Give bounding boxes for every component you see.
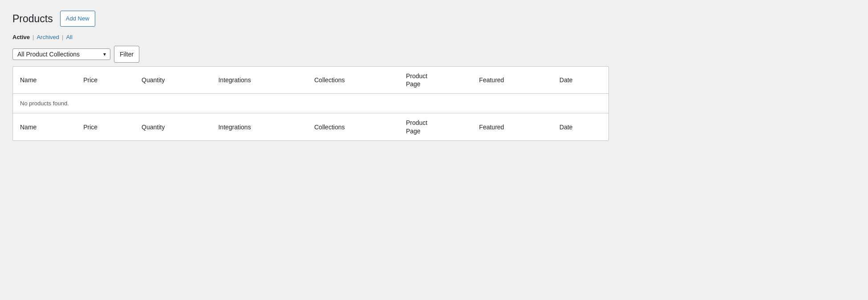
no-products-message: No products found. [13,94,608,113]
filter-archived-link[interactable]: Archived [37,34,59,40]
toolbar: All Product Collections Filter [12,46,856,63]
tf-collections: Collections [307,113,399,140]
table-header-row: Name Price Quantity Integrations Collect… [13,67,608,94]
no-products-row: No products found. [13,94,608,113]
add-new-button[interactable]: Add New [60,11,95,27]
separator-1: | [32,34,34,40]
th-collections: Collections [307,67,399,94]
collection-select[interactable]: All Product Collections [12,48,110,60]
products-table-container: Name Price Quantity Integrations Collect… [12,66,609,141]
page-header: Products Add New [12,11,856,27]
page-title: Products [12,13,53,25]
th-date: Date [552,67,608,94]
page-container: Products Add New Active | Archived | All… [12,11,856,141]
table-footer-row: Name Price Quantity Integrations Collect… [13,113,608,140]
th-price: Price [76,67,134,94]
tf-featured: Featured [472,113,552,140]
th-product-page: ProductPage [399,67,472,94]
tf-quantity: Quantity [134,113,211,140]
tf-price: Price [76,113,134,140]
filter-active-link[interactable]: Active [12,34,30,40]
th-name: Name [13,67,76,94]
table-header: Name Price Quantity Integrations Collect… [13,67,608,94]
products-table: Name Price Quantity Integrations Collect… [13,67,608,140]
table-body: No products found. [13,94,608,113]
th-quantity: Quantity [134,67,211,94]
th-integrations: Integrations [211,67,307,94]
tf-name: Name [13,113,76,140]
th-featured: Featured [472,67,552,94]
tf-product-page: ProductPage [399,113,472,140]
filter-links: Active | Archived | All [12,34,856,40]
tf-integrations: Integrations [211,113,307,140]
collection-select-wrapper: All Product Collections [12,48,110,60]
filter-all-link[interactable]: All [66,34,72,40]
tf-date: Date [552,113,608,140]
table-footer: Name Price Quantity Integrations Collect… [13,113,608,140]
filter-button[interactable]: Filter [114,46,139,63]
separator-2: | [62,34,63,40]
